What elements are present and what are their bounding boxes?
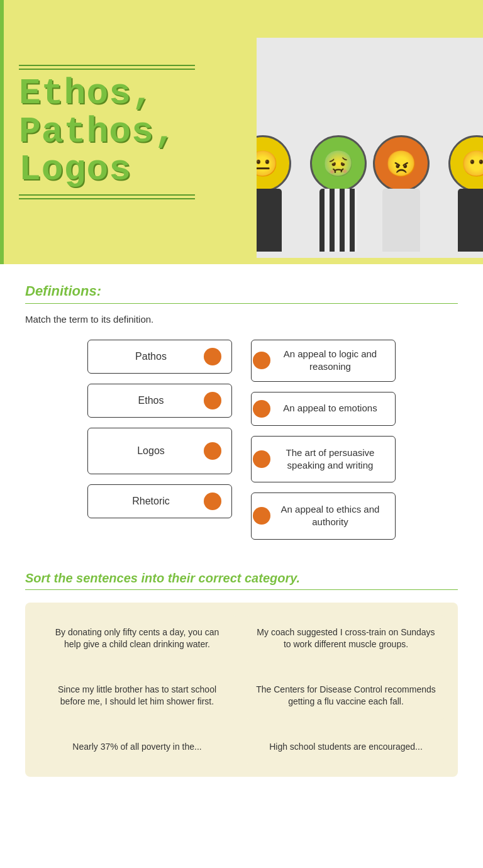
hero-section: Ethos, Pathos, Logos 😐 🤢 😠 [0, 0, 483, 264]
person-center-left: 🤢 [310, 135, 367, 252]
definitions-title: Definitions: [25, 283, 458, 299]
body-right [458, 189, 483, 252]
def3-text: The art of persuasive speaking and writi… [275, 447, 385, 472]
sort-divider [25, 589, 458, 590]
face-orange: 😠 [373, 135, 430, 192]
terms-column: Pathos Ethos Logos Rhetoric [87, 340, 232, 518]
sort-card-4[interactable]: The Centers for Disease Control recommen… [247, 672, 445, 720]
def-logic[interactable]: An appeal to logic and reasoning [251, 340, 396, 382]
sort-card-2[interactable]: My coach suggested I cross-train on Sund… [247, 615, 445, 662]
emoji-scene: 😐 🤢 😠 😶 [257, 38, 483, 258]
def2-text: An appeal to emotions [275, 402, 385, 415]
person-right: 😶 [448, 135, 483, 252]
sort-card-6[interactable]: High school students are encouraged... [247, 730, 445, 765]
definitions-column: An appeal to logic and reasoning An appe… [251, 340, 396, 540]
sort-section: Sort the sentences into their correct ca… [25, 571, 458, 777]
hero-image: 😐 🤢 😠 😶 [257, 38, 483, 258]
term-rhetoric-label: Rhetoric [98, 496, 204, 507]
hero-top-lines [19, 65, 252, 70]
term-ethos[interactable]: Ethos [87, 384, 232, 418]
def4-text: An appeal to ethics and authority [275, 503, 385, 529]
def-emotions[interactable]: An appeal to emotions [251, 392, 396, 426]
logos-dot [204, 442, 221, 460]
person-center-right: 😠 [373, 135, 430, 252]
sort-grid: By donating only fifty cents a day, you … [25, 603, 458, 777]
def3-dot [253, 450, 270, 468]
person-left: 😐 [257, 135, 291, 252]
term-pathos[interactable]: Pathos [87, 340, 232, 374]
def2-dot [253, 400, 270, 418]
def-persuasive[interactable]: The art of persuasive speaking and writi… [251, 436, 396, 483]
match-container: Pathos Ethos Logos Rhetoric [25, 340, 458, 540]
sort-title: Sort the sentences into their correct ca… [25, 571, 458, 586]
definitions-section: Definitions: Match the term to its defin… [25, 283, 458, 540]
def1-text: An appeal to logic and reasoning [275, 348, 385, 374]
def-ethics[interactable]: An appeal to ethics and authority [251, 492, 396, 540]
main-content: Definitions: Match the term to its defin… [0, 264, 483, 868]
hero-bottom-lines [19, 194, 252, 199]
def1-dot [253, 352, 270, 369]
hero-title-container: Ethos, Pathos, Logos [19, 65, 252, 200]
definitions-divider [25, 303, 458, 304]
body-center-left [319, 189, 357, 252]
ethos-dot [204, 392, 221, 409]
rhetoric-dot [204, 492, 221, 510]
body-left [257, 189, 282, 252]
term-ethos-label: Ethos [98, 395, 204, 406]
body-center-right [382, 189, 420, 252]
term-logos[interactable]: Logos [87, 428, 232, 474]
hero-title: Ethos, Pathos, Logos [19, 75, 252, 190]
face-green: 🤢 [310, 135, 367, 192]
sort-card-3[interactable]: Since my little brother has to start sch… [38, 672, 236, 720]
term-rhetoric[interactable]: Rhetoric [87, 484, 232, 518]
match-instruction: Match the term to its definition. [25, 314, 458, 325]
face-yellow-right: 😶 [448, 135, 483, 192]
sort-card-5[interactable]: Nearly 37% of all poverty in the... [38, 730, 236, 765]
hero-left: Ethos, Pathos, Logos [19, 0, 252, 264]
sort-card-1[interactable]: By donating only fifty cents a day, you … [38, 615, 236, 662]
pathos-dot [204, 348, 221, 365]
def4-dot [253, 507, 270, 525]
face-yellow: 😐 [257, 135, 291, 192]
accent-bar [0, 0, 4, 264]
term-logos-label: Logos [98, 445, 204, 457]
term-pathos-label: Pathos [98, 351, 204, 362]
